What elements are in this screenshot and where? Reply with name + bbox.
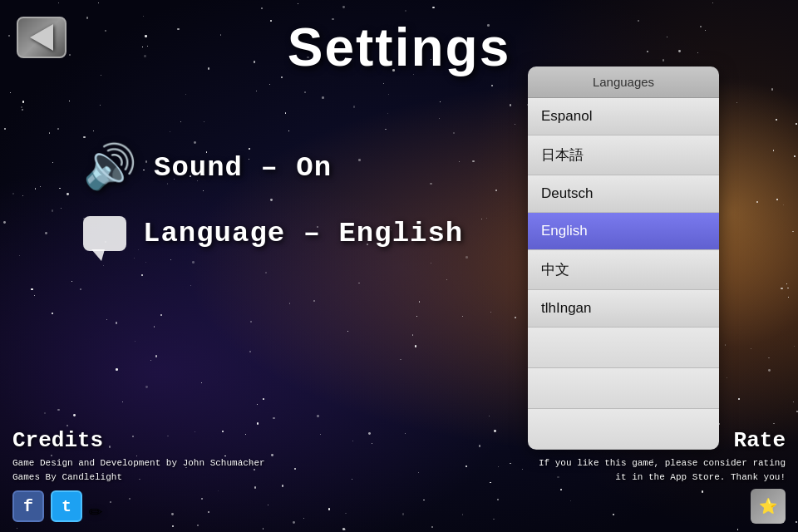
social-icons-row: f t ✏️ [12,490,265,524]
pencil-icon: ✏️ [89,495,103,524]
language-option-empty2 [528,368,719,409]
language-icon [83,216,126,251]
credits-section: Credits Game Design and Development by J… [12,428,265,524]
rate-title: Rate [539,428,786,453]
language-option-deutsch[interactable]: Deutsch [528,175,719,213]
language-option-japanese[interactable]: 日本語 [528,135,719,175]
language-option-empty1 [528,328,719,368]
language-option-chinese[interactable]: 中文 [528,250,719,290]
language-option-espanol[interactable]: Espanol [528,98,719,135]
rate-icon[interactable]: ⭐ [751,489,786,524]
credits-line1: Game Design and Development by John Schu… [12,456,265,470]
sound-label: Sound – On [154,152,332,184]
language-option-english[interactable]: English [528,213,719,250]
rate-section: Rate If you like this game, please consi… [539,428,786,524]
credits-line2: Games By Candlelight [12,470,265,485]
facebook-button[interactable]: f [12,490,44,522]
credits-title: Credits [12,428,265,453]
language-option-klingon[interactable]: tlhIngan [528,290,719,328]
main-content: Settings 🔊 Sound – On Language – English… [0,0,798,532]
twitter-button[interactable]: t [51,490,82,522]
rate-line2: it in the App Store. Thank you! [539,470,786,485]
dropdown-header: Languages [528,66,719,98]
language-label: Language – English [143,218,463,249]
sound-setting-row[interactable]: 🔊 Sound – On [83,141,332,195]
language-dropdown: Languages Espanol 日本語 Deutsch English 中文… [528,66,719,450]
bottom-bar: Credits Game Design and Development by J… [0,424,798,532]
speaker-icon: 🔊 [83,141,137,195]
language-setting-row[interactable]: Language – English [83,216,463,251]
rate-line1: If you like this game, please consider r… [539,456,786,470]
